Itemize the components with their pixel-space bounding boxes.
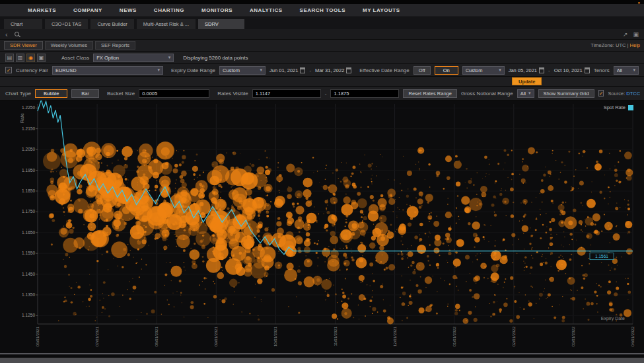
rates-min-input[interactable] [252, 89, 321, 98]
filter-row: ✓ Currency Pair EURUSD ▾ Expiry Date Ran… [0, 64, 644, 77]
workspace-tab-sdrv[interactable]: SDRV [198, 19, 244, 29]
popout-panel-icon[interactable]: ▣ [633, 31, 639, 38]
subtab-sef-reports[interactable]: SEF Reports [95, 41, 135, 50]
bucket-size-input[interactable] [139, 89, 209, 98]
menu-item-my-layouts[interactable]: MY LAYOUTS [363, 7, 400, 13]
currency-pair-select[interactable]: EURUSD ▾ [52, 66, 163, 75]
menu-item-analytics[interactable]: ANALYTICS [250, 7, 283, 13]
subtab-weekly-volumes[interactable]: Weekly Volumes [45, 41, 93, 50]
effective-end-date[interactable]: Oct 10, 2021 [554, 67, 590, 73]
menu-item-search-tools[interactable]: SEARCH TOOLS [300, 7, 345, 13]
calendar-icon[interactable] [539, 67, 544, 73]
show-summary-button[interactable]: Show Summary Grid [538, 89, 594, 98]
grid-view-icon[interactable]: ▣ [37, 54, 46, 62]
svg-text:1.1650: 1.1650 [22, 230, 35, 235]
bubble-type-button[interactable]: Bubble [35, 89, 67, 98]
svg-text:01/01/2022: 01/01/2022 [452, 326, 456, 346]
workspace-tab-chart[interactable]: Chart [4, 19, 42, 29]
workspace-tab-multi-asset-risk-[interactable]: Multi-Asset Risk & ... [137, 19, 196, 29]
svg-text:09/01/2021: 09/01/2021 [214, 326, 218, 346]
search-icon[interactable] [15, 32, 19, 36]
tenors-value: All [617, 67, 631, 73]
gross-notional-value: All [520, 91, 526, 97]
date-range-dash: - [548, 67, 550, 73]
gross-notional-label: Gross Notional Range [461, 91, 513, 97]
table-view-icon[interactable]: ▥ [16, 54, 24, 62]
expiry-mode-value: Custom [223, 67, 257, 73]
expiry-range-label: Expiry Date Range [171, 67, 215, 73]
chart-legend: Spot Rate [604, 104, 633, 110]
chevron-down-icon: ▾ [157, 67, 160, 73]
viewer-subtab-bar: SDR ViewerWeekly VolumesSEF Reports Time… [0, 40, 644, 52]
source-info: Source: DTCC [608, 91, 640, 97]
bubble-chart-svg[interactable]: 1.22501.21501.20501.19501.18501.17501.16… [0, 101, 644, 358]
menu-item-markets[interactable]: MARKETS [28, 7, 56, 13]
window-bottom-edge [0, 358, 644, 363]
calendar-icon[interactable] [300, 67, 305, 73]
svg-text:11/01/2021: 11/01/2021 [334, 326, 338, 346]
svg-text:10/01/2021: 10/01/2021 [273, 326, 277, 346]
chart-controls-row: Chart Type Bubble Bar Bucket Size Rates … [0, 87, 644, 101]
effective-on-button[interactable]: On [435, 66, 458, 75]
layout-view-icon[interactable]: ▤ [5, 54, 14, 62]
effective-start-date[interactable]: Jan 05, 2021 [509, 67, 544, 73]
effective-start-value: Jan 05, 2021 [509, 67, 537, 73]
update-button[interactable]: Update [512, 77, 542, 85]
workspace-tab-curve-builder[interactable]: Curve Builder [90, 19, 133, 29]
summary-grid-checkbox[interactable]: ✓ [598, 90, 604, 97]
expiry-end-date[interactable]: Mar 31, 2022 [315, 67, 351, 73]
svg-text:1.2150: 1.2150 [22, 126, 35, 131]
chevron-down-icon: ▾ [260, 67, 263, 73]
reset-rates-button[interactable]: Reset Rates Range [403, 89, 456, 98]
svg-text:1.2050: 1.2050 [22, 147, 35, 151]
workspace-tab-c3o-d1-tas[interactable]: C3O+D1 TAS [45, 19, 88, 29]
menu-item-monitors[interactable]: MONITORS [201, 7, 233, 13]
rates-dash: - [325, 91, 327, 97]
subtab-sdr-viewer[interactable]: SDR Viewer [4, 41, 43, 50]
expiry-start-value: Jun 01, 2021 [269, 67, 298, 73]
expiry-mode-select[interactable]: Custom ▾ [219, 66, 266, 75]
svg-text:1.1550: 1.1550 [22, 251, 35, 255]
chart-view-icon[interactable]: ◉ [26, 54, 35, 62]
bucket-size-label: Bucket Size [107, 91, 135, 97]
effective-off-button[interactable]: Off [413, 66, 431, 75]
legend-spot-rate-label: Spot Rate [604, 104, 626, 110]
y-axis-title: Rate [20, 113, 24, 123]
notification-dot-icon[interactable]: ● [637, 1, 640, 5]
tenors-select[interactable]: All ▾ [614, 66, 639, 75]
bubble-chart[interactable]: 1.22501.21501.20501.19501.18501.17501.16… [0, 101, 644, 358]
svg-text:04/01/2022: 04/01/2022 [631, 326, 635, 346]
menu-item-company[interactable]: COMPANY [73, 7, 102, 13]
app-window: ● MARKETSCOMPANYNEWSCHARTINGMONITORSANAL… [0, 0, 644, 363]
calendar-icon[interactable] [585, 67, 590, 73]
currency-pair-checkbox[interactable]: ✓ [5, 67, 12, 73]
tenors-label: Tenors [594, 67, 610, 73]
svg-text:1.1450: 1.1450 [22, 272, 35, 276]
calendar-icon[interactable] [346, 67, 351, 73]
spot-rate-value-label: 1.1561 [590, 253, 614, 260]
asset-class-value: FX Option [96, 55, 165, 61]
date-range-dash: - [309, 67, 311, 73]
asset-class-select[interactable]: FX Option ▾ [93, 54, 174, 62]
update-row: Update [0, 77, 644, 87]
bar-type-button[interactable]: Bar [71, 89, 99, 98]
rates-max-input[interactable] [330, 89, 399, 98]
main-menu-bar: MARKETSCOMPANYNEWSCHARTINGMONITORSANALYT… [0, 4, 644, 17]
chevron-down-icon: ▾ [499, 67, 501, 73]
menu-item-charting[interactable]: CHARTING [154, 7, 184, 13]
asset-class-row: ▤▥◉▣ Asset Class FX Option ▾ Displaying … [0, 52, 644, 64]
back-chevron-icon[interactable]: ‹ [5, 30, 8, 38]
x-axis-title: Expiry Date [601, 316, 625, 321]
menu-item-news[interactable]: NEWS [120, 7, 137, 13]
expand-icon[interactable]: ↗ [623, 31, 628, 38]
effective-mode-select[interactable]: Custom ▾ [462, 66, 505, 75]
effective-range-label: Effective Date Range [359, 67, 409, 73]
help-link[interactable]: Help [630, 42, 640, 48]
expiry-start-date[interactable]: Jun 01, 2021 [269, 67, 305, 73]
asset-class-label: Asset Class [61, 55, 89, 61]
timezone-label: TimeZone: UTC | [590, 42, 628, 48]
source-value[interactable]: DTCC [626, 91, 640, 97]
svg-text:1.1250: 1.1250 [22, 313, 35, 317]
svg-text:1.1850: 1.1850 [22, 188, 35, 193]
gross-notional-select[interactable]: All ▾ [517, 89, 534, 98]
